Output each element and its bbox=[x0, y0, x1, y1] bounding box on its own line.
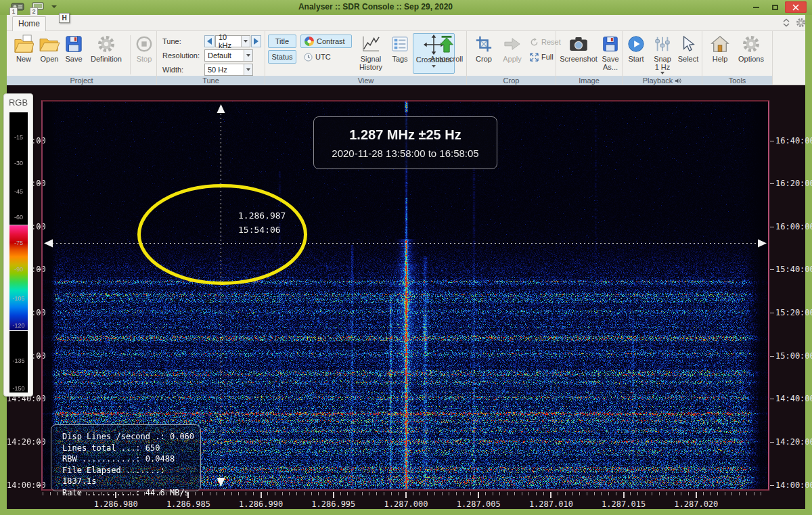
definition-button[interactable]: Definition bbox=[85, 33, 127, 63]
x-major-tick bbox=[623, 492, 625, 498]
color-wheel-icon bbox=[304, 37, 314, 46]
screenshot-button[interactable]: Screenshot bbox=[558, 33, 600, 63]
select-button[interactable]: Select bbox=[675, 33, 701, 63]
rgb-tick-label: -120 bbox=[9, 322, 28, 329]
tune-down-button[interactable] bbox=[204, 35, 215, 47]
resolution-combo[interactable]: Default bbox=[204, 49, 253, 62]
home-help-icon bbox=[710, 33, 729, 55]
help-button[interactable]: Help bbox=[708, 33, 732, 63]
ribbon-group-image: Screenshot Save As... Image bbox=[556, 31, 623, 85]
tags-label: Tags bbox=[392, 55, 407, 63]
autoscroll-label: Autoscroll bbox=[430, 55, 463, 63]
crop-label: Crop bbox=[476, 55, 492, 63]
group-label-project: Project bbox=[7, 76, 156, 85]
y-tick bbox=[37, 313, 41, 313]
right-arrow-icon bbox=[254, 38, 258, 45]
ribbon-collapse-icon[interactable] bbox=[782, 18, 790, 30]
group-label-playback: Playback bbox=[623, 76, 702, 85]
y-tick bbox=[770, 442, 774, 443]
qat-window-2-button[interactable]: 2 bbox=[31, 1, 46, 14]
rgb-color-scale-panel[interactable]: RGB -15-30-45-60-75-90-105-120-135-150 bbox=[3, 93, 33, 397]
width-combo[interactable]: 50 Hz bbox=[204, 64, 253, 76]
utc-toggle-button[interactable]: UTC bbox=[300, 50, 352, 64]
new-label: New bbox=[16, 55, 31, 63]
group-label-tools: Tools bbox=[702, 76, 772, 85]
y-tick bbox=[770, 141, 774, 141]
maximize-button[interactable] bbox=[767, 1, 782, 13]
tune-step-combo[interactable]: 10 kHz bbox=[215, 35, 250, 47]
autoscroll-button[interactable]: Autoscroll bbox=[429, 33, 464, 63]
rgb-tick-label: -30 bbox=[9, 160, 28, 166]
right-time-label: 16:40:00 bbox=[775, 136, 812, 145]
save-button[interactable]: Save bbox=[62, 33, 85, 63]
x-tick-label: 1.287.000 bbox=[384, 499, 428, 509]
contrast-toggle-button[interactable]: Contrast bbox=[300, 35, 352, 48]
y-tick bbox=[37, 183, 41, 184]
y-tick bbox=[770, 269, 774, 270]
open-folder-icon bbox=[39, 33, 60, 55]
tune-up-button[interactable] bbox=[251, 35, 261, 47]
crosshair-readout: 1.286.987 15:54:06 bbox=[238, 208, 286, 237]
y-tick bbox=[770, 227, 774, 227]
left-time-label: 14:20:00 bbox=[7, 437, 38, 447]
divider bbox=[130, 35, 131, 74]
autoscroll-up-arrow-icon bbox=[438, 33, 455, 55]
x-major-tick bbox=[261, 492, 262, 498]
tags-list-icon bbox=[391, 33, 409, 55]
qat-customize-caret-icon[interactable] bbox=[51, 5, 57, 8]
x-tick-label: 1.286.990 bbox=[239, 499, 283, 509]
contrast-label: Contrast bbox=[317, 37, 345, 45]
stop-button[interactable]: Stop bbox=[133, 33, 156, 63]
x-major-tick bbox=[550, 492, 551, 498]
rgb-panel-title: RGB bbox=[4, 97, 32, 108]
qat-window-1-button[interactable]: 1 bbox=[11, 1, 26, 14]
start-button[interactable]: Start bbox=[624, 33, 648, 63]
new-button[interactable]: New bbox=[12, 33, 35, 63]
ribbon-filler bbox=[773, 31, 805, 85]
y-tick bbox=[37, 227, 41, 227]
title-toggle-button[interactable]: Title bbox=[268, 35, 296, 48]
full-button[interactable]: Full bbox=[526, 50, 557, 64]
width-row-label: Width: bbox=[162, 66, 204, 74]
right-time-label: 15:00:00 bbox=[775, 351, 812, 361]
ribbon-group-tools: Help Options Tools bbox=[702, 31, 773, 85]
minimize-button[interactable] bbox=[748, 1, 763, 13]
open-label: Open bbox=[41, 55, 59, 63]
options-button[interactable]: Options bbox=[735, 33, 767, 63]
maximize-icon bbox=[772, 5, 778, 10]
signal-history-button[interactable]: Signal History bbox=[355, 33, 387, 71]
close-button[interactable] bbox=[785, 1, 807, 13]
window-content: Home New Open S bbox=[7, 15, 805, 509]
save-as-button[interactable]: Save As... bbox=[600, 33, 621, 71]
y-tick bbox=[37, 399, 41, 399]
apply-button[interactable]: Apply bbox=[499, 33, 525, 63]
y-tick bbox=[37, 269, 41, 270]
rgb-gradient-bar bbox=[9, 112, 28, 393]
faders-icon bbox=[654, 33, 671, 55]
status-toggle-button[interactable]: Status bbox=[268, 50, 296, 64]
right-time-label: 15:20:00 bbox=[775, 308, 812, 317]
crop-button[interactable]: Crop bbox=[471, 33, 497, 63]
ribbon-tab-row: Home bbox=[7, 15, 805, 31]
x-tick-label: 1.287.010 bbox=[529, 499, 573, 509]
y-tick bbox=[770, 399, 774, 399]
playback-label-text: Playback bbox=[643, 76, 673, 85]
right-time-label: 16:20:00 bbox=[775, 179, 812, 188]
group-label-crop: Crop bbox=[467, 76, 556, 85]
y-tick bbox=[770, 183, 774, 184]
minimize-icon bbox=[753, 7, 759, 8]
x-tick-label: 1.287.020 bbox=[674, 499, 718, 509]
ribbon-group-crop: Crop Apply Reset Full Crop bbox=[467, 31, 556, 85]
apply-label: Apply bbox=[503, 55, 522, 63]
y-tick bbox=[37, 485, 41, 486]
tab-home[interactable]: Home bbox=[12, 16, 46, 31]
ribbon-settings-gear-icon[interactable] bbox=[796, 18, 806, 30]
open-button[interactable]: Open bbox=[37, 33, 62, 63]
full-label: Full bbox=[541, 53, 554, 61]
snap-button[interactable]: Snap 1 Hz bbox=[650, 33, 675, 74]
help-label: Help bbox=[713, 55, 728, 63]
right-time-label: 14:40:00 bbox=[775, 394, 812, 403]
tags-button[interactable]: Tags bbox=[388, 33, 411, 63]
snap-label: Snap 1 Hz bbox=[654, 55, 671, 71]
tooltip-time-range: 2020-11-28 13:58:00 to 16:58:05 bbox=[332, 148, 478, 159]
